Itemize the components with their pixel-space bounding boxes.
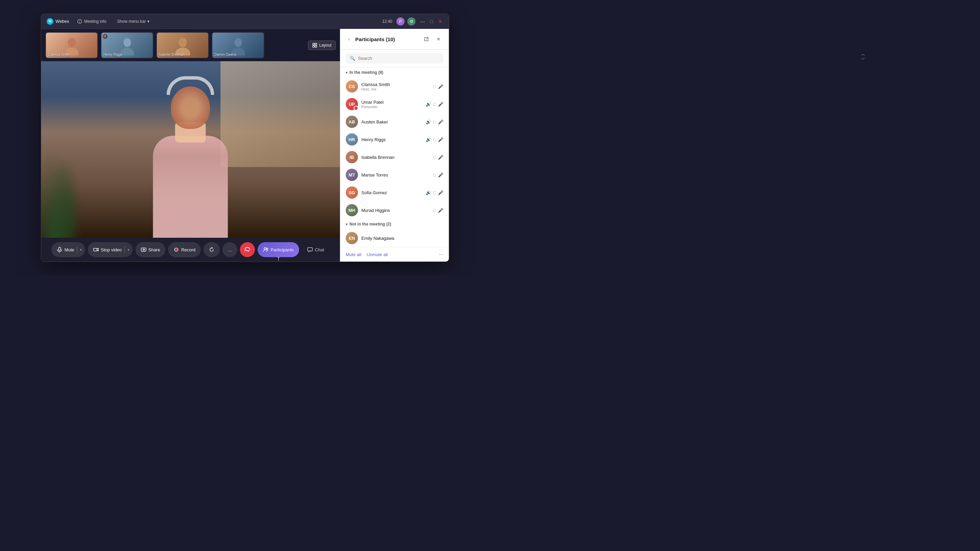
stop-video-button[interactable]: Stop video ▾ — [88, 242, 132, 257]
ctrl-mic-henry: 🎤 — [438, 137, 443, 142]
participants-icon — [263, 247, 269, 252]
participant-info-sofia: Sofia Gomez — [361, 190, 422, 195]
panel-popout-button[interactable] — [422, 34, 431, 44]
record-button[interactable]: Record — [168, 242, 201, 257]
svg-rect-13 — [315, 46, 317, 47]
participant-row-isabella[interactable]: IB Isabella Brennan □ 🎤 — [340, 148, 449, 166]
title-bar-left: W Webex i Meeting info Show menu bar ▾ — [47, 18, 377, 25]
mute-label: Mute — [64, 247, 74, 252]
participant-name-marise: Marise Torres — [361, 172, 430, 178]
ctrl-video-isabella: □ — [433, 155, 436, 160]
mute-button[interactable]: Mute ▾ — [51, 242, 85, 257]
participant-row-clarissa[interactable]: CS Clarissa Smith Host, me □ 🎤 — [340, 78, 449, 95]
thumbnail-isabelle-brennan[interactable]: Isabelle Brennan — [156, 32, 209, 59]
panel-close-button[interactable]: ✕ — [434, 34, 443, 44]
minimize-button[interactable]: — — [420, 18, 426, 24]
thumbnail-henry-riggs[interactable]: 🔇 Henry Riggs — [101, 32, 153, 59]
ctrl-audio-henry: 🔊 — [426, 137, 431, 142]
thumbnail-clarissa-smith[interactable]: Clarissa Smith — [45, 32, 98, 59]
participant-info-marise: Marise Torres — [361, 172, 430, 178]
avatar-wrap-isabella: IB — [346, 151, 358, 163]
share-button[interactable]: Share — [135, 242, 166, 257]
panel-actions: ✕ — [422, 34, 443, 44]
avatar-wrap-sofia: SG — [346, 186, 358, 198]
maximize-button[interactable]: □ — [428, 18, 434, 24]
participant-name-umar: Umar Patel — [361, 100, 422, 105]
avatar-badge-umar — [353, 106, 358, 111]
participant-name-clarissa: Clarissa Smith — [361, 82, 430, 87]
participant-controls-umar: 🔊 □ 🎤 — [426, 102, 443, 107]
avatar-austen: AB — [346, 116, 358, 128]
ctrl-video-sofia: □ — [433, 190, 436, 195]
meeting-info-button[interactable]: i Meeting info — [75, 18, 109, 25]
person-body — [150, 95, 231, 238]
title-bar-right: 12:40 P ⚙ — □ ✕ — [382, 17, 443, 25]
participant-name-austen: Austen Baker — [361, 119, 422, 124]
ctrl-mic-umar: 🎤 — [438, 102, 443, 107]
footer-more-button[interactable]: ··· — [439, 251, 443, 257]
svg-rect-10 — [313, 43, 314, 45]
ctrl-mic-sofia: 🎤 — [438, 190, 443, 195]
refresh-button[interactable] — [204, 242, 220, 257]
avatar-wrap-marise: MT — [346, 169, 358, 181]
content-area: Clarissa Smith 🔇 Henry Riggs — [41, 29, 449, 262]
thumbnail-name-henry: Henry Riggs — [103, 53, 122, 56]
video-person-sim — [41, 61, 340, 238]
app-window: W Webex i Meeting info Show menu bar ▾ 1… — [41, 14, 449, 262]
thumbnail-darren-owens[interactable]: Darren Owens — [212, 32, 264, 59]
participant-row-emily[interactable]: EN Emily Nakagawa — [340, 229, 449, 247]
participant-controls-sofia: 🔊 □ 🎤 — [426, 190, 443, 195]
settings-icon[interactable]: ⚙ — [407, 17, 415, 25]
section-not-in-meeting[interactable]: ▾ Not in the meeting (2) — [340, 219, 449, 229]
participant-search-input[interactable] — [358, 56, 439, 61]
participant-role-clarissa: Host, me — [361, 87, 430, 91]
mute-caret-icon: ▾ — [80, 248, 82, 252]
mute-all-button[interactable]: Mute all — [346, 252, 361, 257]
close-button[interactable]: ✕ — [437, 18, 443, 24]
participant-name-isabella: Isabella Brennan — [361, 155, 430, 160]
section-in-meeting-label: In the meeting (8) — [350, 70, 383, 75]
main-video-area — [41, 61, 340, 238]
share-label: Share — [148, 247, 160, 252]
ctrl-mic-austen: 🎤 — [438, 119, 443, 124]
participant-row-austen[interactable]: AB Austen Baker 🔊 □ 🎤 — [340, 113, 449, 130]
thumbnails-bar: Clarissa Smith 🔇 Henry Riggs — [41, 29, 340, 61]
ctrl-audio-sofia: 🔊 — [426, 190, 431, 195]
mic-icon — [57, 247, 62, 252]
title-icons: P ⚙ — [396, 17, 415, 25]
svg-point-6 — [179, 38, 187, 47]
chat-button[interactable]: Chat — [302, 242, 329, 257]
main-area: Clarissa Smith 🔇 Henry Riggs — [41, 29, 340, 262]
panel-collapse-button[interactable]: ‹ — [346, 36, 353, 43]
participant-name-murad: Murad Higgins — [361, 208, 430, 213]
background-plants — [41, 132, 82, 238]
more-button[interactable]: ... — [223, 242, 237, 257]
title-bar: W Webex i Meeting info Show menu bar ▾ 1… — [41, 14, 449, 29]
show-menu-button[interactable]: Show menu bar ▾ — [115, 18, 152, 25]
share-icon — [141, 247, 146, 252]
participant-row-marise[interactable]: MT Marise Torres □ 🎤 — [340, 166, 449, 184]
participants-button[interactable]: Participants ↑ — [258, 242, 299, 257]
participant-name-sofia: Sofia Gomez — [361, 190, 422, 195]
ctrl-video-marise: □ — [433, 172, 436, 178]
record-label: Record — [181, 247, 195, 252]
person-silhouette-clarissa — [62, 35, 82, 56]
avatar-clarissa: CS — [346, 80, 358, 92]
participant-row-murad[interactable]: MH Murad Higgins □ 🎤 — [340, 202, 449, 219]
main-video — [41, 61, 340, 238]
thumbnail-mic-off-henry: 🔇 — [103, 34, 108, 39]
unmute-all-button[interactable]: Unmute all — [367, 252, 388, 257]
participant-row-henry[interactable]: HR Henry Riggs 🔊 □ 🎤 — [340, 130, 449, 148]
section-in-meeting[interactable]: ▾ In the meeting (8) — [340, 67, 449, 78]
end-call-button[interactable] — [240, 242, 255, 257]
participant-info-austen: Austen Baker — [361, 119, 422, 124]
participant-info-murad: Murad Higgins — [361, 208, 430, 213]
layout-button[interactable]: Layout — [308, 40, 336, 50]
user-avatar-icon[interactable]: P — [396, 17, 404, 25]
person-headphones — [167, 76, 215, 95]
webex-title: Webex — [56, 19, 69, 24]
participant-row-umar[interactable]: UP Umar Patel Presenter 🔊 □ 🎤 — [340, 95, 449, 113]
participant-row-sofia[interactable]: SG Sofia Gomez 🔊 □ 🎤 — [340, 184, 449, 202]
clock-display: 12:40 — [382, 19, 392, 24]
thumbnail-name-darren: Darren Owens — [215, 53, 236, 56]
